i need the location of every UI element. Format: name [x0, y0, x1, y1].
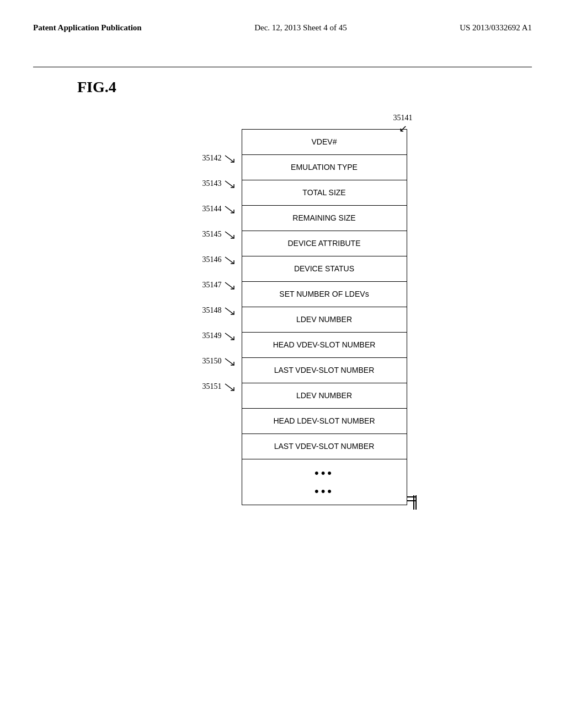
label-number-35142: 35142 [202, 154, 222, 163]
arrow-35149 [224, 330, 236, 342]
table-row-dots: •••••• [242, 459, 407, 505]
svg-line-8 [225, 358, 234, 365]
page-header: Patent Application Publication Dec. 12, … [33, 22, 532, 34]
publication-label: Patent Application Publication [33, 23, 142, 32]
label-row-35143: 35143 [202, 171, 236, 196]
svg-line-5 [225, 282, 234, 289]
label-number-35146: 35146 [202, 255, 222, 264]
ref-number: 35141 [393, 114, 413, 122]
ref-arrow-icon: ↙ [399, 122, 407, 135]
cell-emulation: EMULATION TYPE [242, 155, 407, 180]
table-row-total-size: TOTAL SIZE [242, 180, 407, 206]
svg-line-3 [225, 232, 234, 238]
label-number-35143: 35143 [202, 179, 222, 188]
label-row-35142: 35142 [202, 146, 236, 171]
patent-number-label: US 2013/0332692 A1 [460, 23, 532, 32]
cell-head-vdev-slot: HEAD VDEV-SLOT NUMBER [242, 333, 407, 358]
label-row-dots [202, 475, 236, 508]
cell-device-attribute: DEVICE ATTRIBUTE [242, 231, 407, 256]
arrow-35150 [224, 355, 236, 367]
arrow-35148 [224, 304, 236, 317]
cell-dots: •••••• [242, 459, 407, 505]
table-row-last-vdev-slot: LAST VDEV-SLOT NUMBER [242, 358, 407, 383]
scroll-indicator-icon [406, 494, 417, 511]
svg-line-1 [225, 181, 234, 188]
label-row-35149: 35149 [202, 323, 236, 349]
page: Patent Application Publication Dec. 12, … [0, 0, 565, 728]
arrow-35147 [224, 279, 236, 291]
header-center: Dec. 12, 2013 Sheet 4 of 45 [254, 22, 347, 34]
table-row-ldev-number-1: LDEV NUMBER [242, 307, 407, 333]
label-row-35144: 35144 [202, 196, 236, 222]
table-row-device-attribute: DEVICE ATTRIBUTE [242, 231, 407, 256]
cell-last-vdev-slot-2: LAST VDEV-SLOT NUMBER [242, 434, 407, 459]
label-row-empty-13 [202, 450, 236, 475]
labels-column: 35142 35143 35144 [202, 129, 236, 508]
arrow-35146 [224, 254, 236, 266]
table-row-device-status: DEVICE STATUS [242, 256, 407, 282]
table-wrapper: 35141 ↙ VDEV# EMULATION TYPE TOTAL SIZE [242, 129, 407, 505]
cell-vdev: VDEV# [242, 130, 407, 155]
table-row-set-number: SET NUMBER OF LDEVs [242, 282, 407, 307]
label-row-35147: 35147 [202, 272, 236, 298]
svg-line-0 [225, 156, 234, 162]
arrow-35142 [224, 152, 236, 164]
figure-title: FIG.4 [77, 78, 532, 96]
arrow-35145 [224, 228, 236, 240]
cell-head-ldev-slot: HEAD LDEV-SLOT NUMBER [242, 409, 407, 434]
cell-device-status: DEVICE STATUS [242, 256, 407, 282]
cell-ldev-number-2: LDEV NUMBER [242, 383, 407, 409]
table-row-head-ldev-slot: HEAD LDEV-SLOT NUMBER [242, 409, 407, 434]
arrow-35151 [224, 381, 236, 393]
label-row-35148: 35148 [202, 298, 236, 323]
data-table: VDEV# EMULATION TYPE TOTAL SIZE REMAININ… [242, 129, 407, 505]
header-divider [33, 67, 532, 67]
label-number-35149: 35149 [202, 331, 222, 340]
cell-set-number: SET NUMBER OF LDEVs [242, 282, 407, 307]
ref-label-35141: 35141 ↙ [393, 114, 413, 135]
table-row-vdev: VDEV# [242, 130, 407, 155]
header-left: Patent Application Publication [33, 22, 142, 34]
cell-last-vdev-slot: LAST VDEV-SLOT NUMBER [242, 358, 407, 383]
diagram-container: 35142 35143 35144 [202, 129, 407, 508]
table-row-ldev-number-2: LDEV NUMBER [242, 383, 407, 409]
table-row-emulation: EMULATION TYPE [242, 155, 407, 180]
cell-total-size: TOTAL SIZE [242, 180, 407, 206]
label-number-35147: 35147 [202, 281, 222, 290]
arrow-35143 [224, 178, 236, 190]
label-row-35145: 35145 [202, 222, 236, 247]
header-right: US 2013/0332692 A1 [460, 22, 532, 34]
label-row-empty-12 [202, 425, 236, 450]
label-number-35145: 35145 [202, 230, 222, 239]
table-row-last-vdev-slot-2: LAST VDEV-SLOT NUMBER [242, 434, 407, 459]
svg-line-7 [225, 333, 234, 340]
label-row-35146: 35146 [202, 247, 236, 272]
label-number-35144: 35144 [202, 205, 222, 213]
label-row-empty-11 [202, 399, 236, 425]
label-row-35150: 35150 [202, 349, 236, 374]
label-number-35148: 35148 [202, 306, 222, 315]
svg-line-6 [225, 308, 234, 314]
diagram-area: 35142 35143 35144 [33, 129, 532, 508]
label-number-35150: 35150 [202, 357, 222, 366]
svg-line-2 [225, 206, 234, 213]
cell-remaining-size: REMAINING SIZE [242, 206, 407, 231]
cell-ldev-number-1: LDEV NUMBER [242, 307, 407, 333]
svg-line-4 [225, 257, 234, 264]
date-sheet-label: Dec. 12, 2013 Sheet 4 of 45 [254, 23, 347, 32]
table-row-remaining-size: REMAINING SIZE [242, 206, 407, 231]
svg-line-9 [225, 384, 234, 390]
arrow-35144 [224, 203, 236, 215]
label-row-35151: 35151 [202, 374, 236, 399]
table-row-head-vdev-slot: HEAD VDEV-SLOT NUMBER [242, 333, 407, 358]
label-number-35151: 35151 [202, 382, 222, 391]
